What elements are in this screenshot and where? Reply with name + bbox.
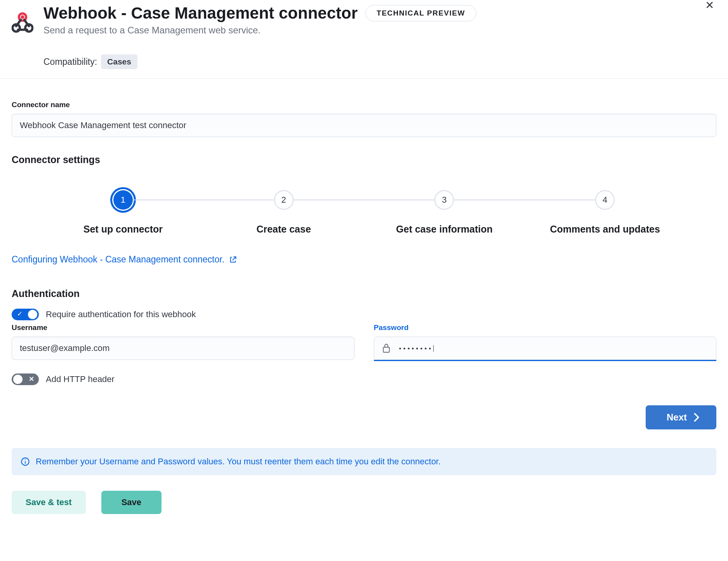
- stepper: 1 Set up connector 2 Create case 3: [12, 190, 716, 235]
- connector-name-input[interactable]: [12, 114, 716, 137]
- chevron-right-icon: [694, 413, 699, 422]
- technical-preview-badge: TECHNICAL PREVIEW: [365, 5, 476, 21]
- username-input[interactable]: [12, 337, 354, 360]
- http-header-toggle[interactable]: ✕: [12, 373, 39, 385]
- connector-modal: Webhook - Case Management connector TECH…: [0, 0, 728, 526]
- connector-name-label: Connector name: [12, 101, 716, 109]
- connector-title: Webhook - Case Management connector: [43, 4, 358, 23]
- step-set-up-connector[interactable]: 1 Set up connector: [43, 190, 203, 235]
- next-button-label: Next: [667, 412, 687, 423]
- step-label: Set up connector: [83, 224, 163, 235]
- step-number: 3: [434, 190, 454, 210]
- doc-link-text: Configuring Webhook - Case Management co…: [12, 254, 224, 265]
- password-label: Password: [374, 323, 717, 332]
- callout-text: Remember your Username and Password valu…: [36, 457, 441, 467]
- svg-point-6: [25, 460, 26, 460]
- step-number: 1: [113, 190, 133, 210]
- require-auth-label: Require authentication for this webhook: [46, 309, 196, 320]
- step-label: Get case information: [396, 224, 493, 235]
- step-comments-and-updates[interactable]: 4 Comments and updates: [525, 190, 685, 235]
- compatibility-label: Compatibility:: [43, 57, 97, 67]
- password-input[interactable]: ••••••••: [374, 337, 717, 360]
- close-icon[interactable]: ✕: [705, 0, 714, 11]
- http-header-label: Add HTTP header: [46, 374, 115, 384]
- save-and-test-button[interactable]: Save & test: [12, 491, 86, 514]
- require-auth-toggle[interactable]: ✓: [12, 309, 39, 320]
- step-get-case-information[interactable]: 3 Get case information: [364, 190, 525, 235]
- svg-rect-4: [383, 347, 389, 352]
- modal-header: Webhook - Case Management connector TECH…: [0, 0, 728, 79]
- info-icon: [21, 457, 30, 466]
- connector-settings-title: Connector settings: [12, 154, 716, 165]
- header-content: Webhook - Case Management connector TECH…: [43, 4, 716, 69]
- x-icon: ✕: [29, 375, 34, 383]
- step-create-case[interactable]: 2 Create case: [203, 190, 364, 235]
- password-value: ••••••••: [399, 345, 434, 352]
- compatibility-tag: Cases: [101, 54, 137, 69]
- step-number: 4: [595, 190, 615, 210]
- info-callout: Remember your Username and Password valu…: [12, 448, 716, 475]
- svg-point-3: [21, 15, 24, 19]
- connector-subtitle: Send a request to a Case Management web …: [43, 25, 716, 36]
- step-number: 2: [274, 190, 294, 210]
- username-label: Username: [12, 323, 354, 332]
- modal-body: Connector name Connector settings 1 Set …: [0, 79, 728, 526]
- authentication-title: Authentication: [12, 288, 716, 299]
- doc-link[interactable]: Configuring Webhook - Case Management co…: [12, 254, 237, 265]
- step-label: Create case: [256, 224, 311, 235]
- save-button[interactable]: Save: [101, 491, 162, 514]
- lock-icon: [382, 343, 391, 353]
- next-button[interactable]: Next: [646, 405, 716, 429]
- step-label: Comments and updates: [550, 224, 660, 235]
- check-icon: ✓: [17, 310, 23, 318]
- webhook-icon: [12, 12, 36, 33]
- external-link-icon: [229, 256, 237, 264]
